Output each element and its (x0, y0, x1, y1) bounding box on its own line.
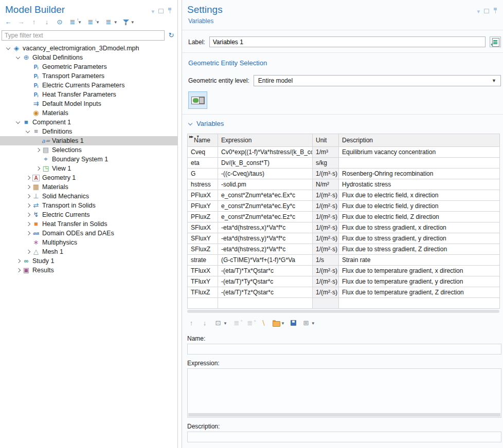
table-settings-button[interactable]: ⊞▼ (302, 320, 315, 327)
cell-name[interactable]: PFluxX (188, 190, 218, 201)
cell-description[interactable]: Flux due to electric field, Z direction (339, 212, 500, 222)
cell-unit[interactable]: 1/(m²·s) (313, 244, 339, 255)
model-tree-node-settings-button[interactable]: ≣▼ (104, 18, 118, 26)
cell-name[interactable]: eta (188, 158, 218, 169)
tree-item-heat-transfer-parameters[interactable]: PᵢHeat Transfer Parameters (0, 90, 177, 99)
forward-button[interactable]: → (17, 18, 25, 26)
cell-expression[interactable]: -(eta/T)*Ty*Qstar*c (218, 276, 313, 287)
show-button[interactable]: ⊙ (56, 18, 64, 26)
tree-chevron-icon[interactable] (15, 258, 22, 264)
cell-expression[interactable]: -(eta/T)*Tx*Qstar*c (218, 266, 313, 276)
cell-name[interactable]: Cveq (188, 147, 218, 158)
cell-expression[interactable]: e_const*Znum*eta*ec.Ex*c (218, 190, 313, 201)
panel-menu-icon[interactable]: ▾ (151, 6, 154, 15)
cell-name[interactable]: strate (188, 255, 218, 266)
tree-item-transport-in-solids[interactable]: ⇄Transport in Solids (0, 201, 177, 210)
tree-item-geometric-parameters[interactable]: PᵢGeometric Parameters (0, 62, 177, 71)
clear-table-button[interactable]: ∖ (259, 320, 267, 327)
cell-expression[interactable]: Cv0*exp((1-f)*Va*hstress/(k_B_const*T)) (218, 147, 313, 158)
tree-chevron-icon[interactable] (25, 128, 32, 135)
cell-name[interactable]: G (188, 169, 218, 179)
cell-expression[interactable] (218, 298, 313, 309)
column-header-name[interactable]: ▶▶▼Name (188, 134, 218, 147)
cell-unit[interactable]: 1/(m²·s) (313, 190, 339, 201)
tree-chevron-icon[interactable] (15, 267, 22, 273)
cell-name[interactable]: hstress (188, 179, 218, 190)
tree-item-vacancy-electromigration-3dmodel-mph[interactable]: ◈vacancy_electromigration_3Dmodel.mph (0, 44, 177, 53)
tree-chevron-icon[interactable] (25, 221, 32, 227)
cell-name[interactable]: SFluxX (188, 222, 218, 233)
tree-item-materials[interactable]: ◉Materials (0, 108, 177, 118)
cell-description[interactable]: Flux due to temperature gradient, Z dire… (339, 287, 500, 298)
move-to-button[interactable]: ⊡▼ (214, 320, 227, 327)
load-from-file-button[interactable]: ▼ (273, 321, 285, 326)
cell-unit[interactable]: 1/(m²·s) (313, 276, 339, 287)
cell-description[interactable]: Strain rate (339, 255, 500, 266)
tree-chevron-icon[interactable] (15, 54, 22, 61)
cell-description[interactable]: Hydrostatic stress (339, 179, 500, 190)
tree-chevron-icon[interactable] (25, 184, 32, 190)
move-down-button[interactable]: ↓ (43, 18, 51, 26)
variables-section-header[interactable]: Variables (188, 120, 497, 127)
sort-columns-icon[interactable]: ▶▶▼ (189, 135, 200, 138)
tree-chevron-icon[interactable] (25, 202, 32, 209)
save-to-file-button[interactable] (290, 320, 297, 326)
cell-unit[interactable]: 1/(m²·s) (313, 201, 339, 212)
filter-input[interactable] (2, 30, 165, 41)
panel-pin-icon[interactable] (493, 8, 498, 14)
move-row-down-button[interactable]: ↓ (201, 320, 209, 327)
cell-unit[interactable]: 1/s (313, 255, 339, 266)
expression-input[interactable] (187, 368, 501, 418)
cell-name[interactable]: TFluxY (188, 276, 218, 287)
tree-item-view-1[interactable]: ◳View 1 (0, 164, 177, 173)
tree-item-solid-mechanics[interactable]: ⊥Solid Mechanics (0, 192, 177, 201)
tree-item-default-model-inputs[interactable]: ⇉Default Model Inputs (0, 99, 177, 108)
cell-expression[interactable]: -eta*d(hstress,y)*Va*f*c (218, 233, 313, 244)
cell-unit[interactable]: s/kg (313, 158, 339, 169)
cell-unit[interactable]: N/m² (313, 179, 339, 190)
tree-item-global-definitions[interactable]: ⊕Global Definitions (0, 53, 177, 62)
tree-item-definitions[interactable]: ≡Definitions (0, 127, 177, 136)
cell-unit[interactable]: 1/(m²·s) (313, 287, 339, 298)
tree-chevron-icon[interactable] (25, 230, 32, 236)
cell-unit[interactable]: 1/(m²·s) (313, 212, 339, 222)
cell-unit[interactable] (313, 298, 339, 309)
cell-expression[interactable]: Dv/(k_B_const*T) (218, 158, 313, 169)
tree-chevron-icon[interactable] (25, 193, 32, 199)
tree-item-transport-parameters[interactable]: PᵢTransport Parameters (0, 71, 177, 81)
tree-chevron-icon[interactable] (34, 147, 42, 153)
filter-button[interactable]: ▼ (122, 19, 135, 26)
add-row-button[interactable]: ≣+ (232, 320, 241, 327)
tree-chevron-icon[interactable] (15, 119, 22, 125)
column-header-unit[interactable]: Unit (313, 134, 339, 147)
tree-chevron-icon[interactable] (25, 175, 32, 181)
move-row-up-button[interactable]: ↑ (187, 320, 195, 327)
tree-item-materials[interactable]: ▦Materials (0, 182, 177, 192)
panel-menu-icon[interactable]: ▾ (477, 6, 480, 15)
cell-description[interactable]: Rosenberg-Ohring recombination (339, 169, 500, 179)
cell-name[interactable]: PFluxY (188, 201, 218, 212)
column-header-description[interactable]: Description (339, 134, 500, 147)
collapse-all-button[interactable]: ≣↓▼ (86, 18, 100, 26)
tree-item-electric-currents-parameters[interactable]: PᵢElectric Currents Parameters (0, 81, 177, 90)
tree-item-selections[interactable]: ▤Selections (0, 145, 177, 155)
expand-all-button[interactable]: ≣↑▼ (68, 18, 82, 26)
delete-row-button[interactable]: ≣× (246, 320, 254, 327)
tree-item-mesh-1[interactable]: △Mesh 1 (0, 247, 177, 256)
tree-item-component-1[interactable]: ■Component 1 (0, 118, 177, 127)
cell-name[interactable]: SFluxZ (188, 244, 218, 255)
cell-expression[interactable]: -(eta/T)*Tz*Qstar*c (218, 287, 313, 298)
cell-name[interactable]: SFluxY (188, 233, 218, 244)
table-horizontal-scrollbar[interactable] (187, 310, 499, 313)
cell-description[interactable]: Flux due to temperature gradient, y dire… (339, 276, 500, 287)
tree-item-electric-currents[interactable]: ↯Electric Currents (0, 210, 177, 219)
tree-item-boundary-system-1[interactable]: ⌖Boundary System 1 (0, 155, 177, 164)
cell-unit[interactable]: 1/(m²·s) (313, 233, 339, 244)
cell-description[interactable] (339, 158, 500, 169)
tree-item-domain-odes-and-daes[interactable]: d/dtDomain ODEs and DAEs (0, 229, 177, 238)
cell-name[interactable]: TFluxZ (188, 287, 218, 298)
cell-description[interactable]: Equilibrium vacancy concentration (339, 147, 500, 158)
panel-pin-icon[interactable] (168, 8, 172, 14)
cell-expression[interactable]: -eta*d(hstress,z)*Va*f*c (218, 244, 313, 255)
cell-name[interactable] (188, 298, 218, 309)
